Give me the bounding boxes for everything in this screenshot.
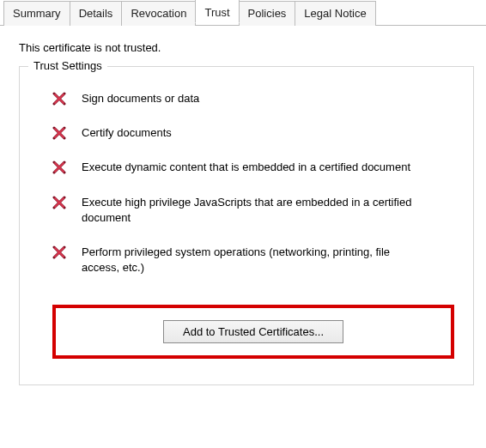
tab-summary[interactable]: Summary	[3, 1, 70, 26]
denied-icon	[52, 92, 66, 106]
tab-trust[interactable]: Trust	[195, 0, 239, 23]
tab-content: This certificate is not trusted. Trust S…	[0, 26, 486, 385]
setting-label: Sign documents or data	[82, 91, 199, 106]
trust-settings-group: Trust Settings Sign documents or data Ce…	[19, 66, 474, 385]
tab-policies[interactable]: Policies	[239, 1, 296, 26]
tab-revocation[interactable]: Revocation	[121, 1, 196, 26]
setting-label: Perform privileged system operations (ne…	[82, 245, 425, 275]
tab-details[interactable]: Details	[70, 1, 123, 26]
setting-label: Execute dynamic content that is embedded…	[82, 160, 410, 175]
setting-row: Execute dynamic content that is embedded…	[52, 160, 454, 175]
setting-label: Execute high privilege JavaScripts that …	[82, 195, 425, 226]
add-to-trusted-button[interactable]: Add to Trusted Certificates...	[163, 320, 343, 343]
setting-row: Perform privileged system operations (ne…	[52, 245, 454, 275]
highlight-box: Add to Trusted Certificates...	[52, 305, 454, 359]
setting-row: Execute high privilege JavaScripts that …	[52, 195, 454, 226]
tab-bar: Summary Details Revocation Trust Policie…	[0, 0, 486, 26]
setting-label: Certify documents	[82, 125, 172, 141]
denied-icon	[52, 196, 66, 209]
setting-row: Sign documents or data	[52, 91, 454, 106]
trust-status-text: This certificate is not trusted.	[19, 41, 474, 54]
denied-icon	[52, 126, 66, 140]
denied-icon	[52, 160, 66, 174]
denied-icon	[52, 245, 66, 259]
group-label: Trust Settings	[28, 59, 107, 72]
setting-row: Certify documents	[52, 125, 454, 141]
tab-legal-notice[interactable]: Legal Notice	[295, 1, 375, 26]
